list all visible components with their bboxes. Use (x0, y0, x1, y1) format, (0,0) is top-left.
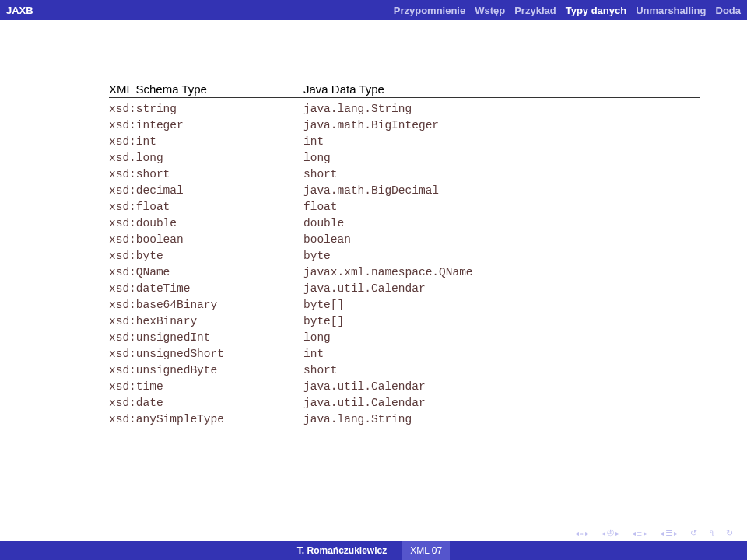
java-data-type: float (303, 199, 700, 215)
xml-schema-type: xsd:unsignedByte (109, 362, 303, 379)
java-data-type: short (303, 166, 700, 183)
table-row: xsd:datejava.util.Calendar (109, 395, 700, 411)
java-data-type: java.math.BigDecimal (303, 183, 700, 199)
xml-schema-type: xsd:date (109, 395, 303, 411)
xml-schema-type: xsd:decimal (109, 183, 303, 199)
table-row: xsd:hexBinarybyte[] (109, 313, 700, 330)
nav-typy-danych[interactable]: Typy danych (566, 5, 627, 16)
nav-dodatek[interactable]: Doda (716, 5, 742, 16)
xml-schema-type: xsd:int (109, 134, 303, 150)
nav-forward-icon[interactable]: ↻ (726, 528, 733, 538)
java-data-type: byte (303, 248, 700, 264)
nav-przyklad[interactable]: Przykład (514, 5, 556, 16)
xml-schema-type: xsd:string (109, 101, 303, 117)
xml-schema-type: xsd:hexBinary (109, 313, 303, 330)
xml-schema-type: xsd:short (109, 166, 303, 183)
java-data-type: byte[] (303, 313, 700, 330)
table-row: xsd:dateTimejava.util.Calendar (109, 281, 700, 297)
java-data-type: javax.xml.namespace.QName (303, 264, 700, 281)
table-header-xml: XML Schema Type (109, 82, 303, 96)
xml-schema-type: xsd:byte (109, 248, 303, 264)
table-row: xsd:floatfloat (109, 199, 700, 215)
nav-slide-back-forward[interactable]: ◂≣▸ (660, 528, 678, 538)
table-row: xsd:shortshort (109, 166, 700, 183)
slide-footer: T. Romańczukiewicz XML 07 (0, 541, 747, 560)
table-row: xsd:QNamejavax.xml.namespace.QName (109, 264, 700, 281)
java-data-type: boolean (303, 232, 700, 248)
xml-schema-type: xsd:float (109, 199, 303, 215)
table-row: xsd:integerjava.math.BigInteger (109, 117, 700, 134)
java-data-type: java.math.BigInteger (303, 117, 700, 134)
table-header-java: Java Data Type (303, 82, 700, 96)
java-data-type: java.util.Calendar (303, 281, 700, 297)
xml-schema-type: xsd:time (109, 379, 303, 395)
table-header-row: XML Schema Type Java Data Type (109, 82, 700, 98)
java-data-type: java.lang.String (303, 411, 700, 428)
table-row: xsd:unsignedByteshort (109, 362, 700, 379)
nav-frame-back-forward[interactable]: ◂▫▸ (575, 529, 589, 538)
nav-search-icon[interactable]: ૧ (710, 528, 714, 538)
slide-content: XML Schema Type Java Data Type xsd:strin… (0, 20, 747, 428)
table-row: xsd.longlong (109, 150, 700, 166)
table-row: xsd:intint (109, 134, 700, 150)
table-row: xsd:bytebyte (109, 248, 700, 264)
java-data-type: byte[] (303, 297, 700, 313)
nav-section-back-forward[interactable]: ◂≡▸ (632, 529, 647, 538)
nav-przypomnienie[interactable]: Przypomnienie (394, 5, 465, 16)
table-row: xsd:unsignedShortint (109, 346, 700, 362)
table-row: xsd:stringjava.lang.String (109, 101, 700, 117)
java-data-type: java.util.Calendar (303, 395, 700, 411)
xml-schema-type: xsd:anySimpleType (109, 411, 303, 428)
xml-schema-type: xsd.long (109, 150, 303, 166)
nav-unmarshalling[interactable]: Unmarshalling (636, 5, 706, 16)
beamer-nav-icons: ◂▫▸ ◂✇▸ ◂≡▸ ◂≣▸ ↺ ૧ ↻ (575, 528, 733, 538)
java-data-type: long (303, 330, 700, 346)
table-row: xsd:anySimpleTypejava.lang.String (109, 411, 700, 428)
java-data-type: long (303, 150, 700, 166)
java-data-type: int (303, 134, 700, 150)
java-data-type: java.lang.String (303, 101, 700, 117)
java-data-type: java.util.Calendar (303, 379, 700, 395)
xml-schema-type: xsd:QName (109, 264, 303, 281)
xml-schema-type: xsd:integer (109, 117, 303, 134)
nav-back-icon[interactable]: ↺ (690, 528, 697, 538)
xml-schema-type: xsd:dateTime (109, 281, 303, 297)
java-data-type: double (303, 215, 700, 232)
table-row: xsd:unsignedIntlong (109, 330, 700, 346)
footer-title: XML 07 (402, 541, 450, 560)
xml-schema-type: xsd:unsignedShort (109, 346, 303, 362)
xml-schema-type: xsd:base64Binary (109, 297, 303, 313)
xml-schema-type: xsd:double (109, 215, 303, 232)
table-row: xsd:timejava.util.Calendar (109, 379, 700, 395)
table-row: xsd:base64Binarybyte[] (109, 297, 700, 313)
table-row: xsd:decimaljava.math.BigDecimal (109, 183, 700, 199)
table-row: xsd:doubledouble (109, 215, 700, 232)
table-row: xsd:booleanboolean (109, 232, 700, 248)
footer-author: T. Romańczukiewicz (297, 545, 387, 556)
nav-subsection-back-forward[interactable]: ◂✇▸ (601, 528, 619, 538)
table-body: xsd:stringjava.lang.Stringxsd:integerjav… (109, 101, 700, 428)
slide-header: JAXB Przypomnienie Wstęp Przykład Typy d… (0, 0, 747, 20)
xml-schema-type: xsd:unsignedInt (109, 330, 303, 346)
java-data-type: short (303, 362, 700, 379)
header-title: JAXB (6, 5, 33, 16)
xml-schema-type: xsd:boolean (109, 232, 303, 248)
java-data-type: int (303, 346, 700, 362)
nav-wstep[interactable]: Wstęp (475, 5, 505, 16)
